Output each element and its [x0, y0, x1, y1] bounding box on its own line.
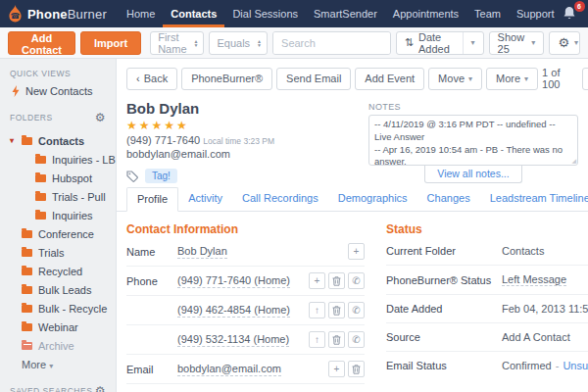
more-button[interactable]: More▾	[486, 68, 538, 90]
delete-phone-button[interactable]	[328, 331, 345, 348]
sort-icon: ⇅	[405, 36, 414, 49]
record-toolbar: ‹Back PhoneBurner® Send Email Add Event …	[126, 67, 578, 90]
sort-by-button[interactable]: ⇅ Date Added	[397, 32, 463, 54]
operator-select[interactable]: Equals ▲▼	[209, 31, 268, 55]
folder-icon	[35, 156, 46, 164]
phone-value[interactable]: (949) 462-4854 (Home)	[177, 303, 290, 318]
sort-button-group: ⇅ Date Added ▾	[396, 31, 484, 55]
add-event-button[interactable]: Add Event	[355, 68, 424, 90]
svg-text:☎: ☎	[11, 12, 21, 21]
star-rating[interactable]: ★★★★★	[126, 119, 368, 132]
move-button[interactable]: Move▾	[428, 68, 482, 90]
tab-leadstream-timeline[interactable]: Leadstream Timeline	[480, 187, 588, 211]
phone-value[interactable]: (949) 771-7640 (Home)	[177, 273, 290, 288]
folder-webinar[interactable]: Webinar	[10, 318, 116, 336]
stepper-icon: ▲▼	[257, 39, 262, 47]
folder-archive[interactable]: Archive	[10, 336, 116, 355]
tree-expand-caret-icon[interactable]: ▾	[10, 136, 14, 145]
caret-down-icon: ▾	[531, 38, 535, 47]
folder-trials-pull[interactable]: Trials - Pull	[10, 187, 116, 206]
contact-header: Bob Dylan ★★★★★ (949) 771-7640 Local tim…	[126, 100, 578, 183]
call-phone-button[interactable]: ✆	[348, 331, 365, 348]
tab-activity[interactable]: Activity	[178, 187, 232, 211]
notes-textarea[interactable]: -- 4/11/2019 @ 3:16 PM PDT -- undefined …	[368, 115, 578, 166]
folder-recycled[interactable]: Recycled	[10, 262, 116, 280]
saved-searches-gear-icon[interactable]: ⚙	[95, 384, 106, 392]
tab-call-recordings[interactable]: Call Recordings	[232, 187, 328, 211]
folder-contacts[interactable]: ▾ Contacts	[10, 131, 116, 150]
field-select[interactable]: First Name ▲▼	[150, 31, 204, 55]
delete-phone-button[interactable]	[328, 272, 345, 289]
sort-direction-button[interactable]: ▾	[463, 32, 483, 54]
status-title: Status	[386, 222, 588, 236]
tab-changes[interactable]: Changes	[417, 187, 480, 211]
add-email-button[interactable]: +	[328, 361, 345, 377]
search-input[interactable]	[273, 32, 391, 54]
phone-value[interactable]: (949) 532-1134 (Home)	[177, 332, 289, 347]
folder-hubspot[interactable]: Hubspot	[10, 169, 116, 187]
email-value[interactable]: bobdylan@email.com	[177, 362, 281, 376]
name-value[interactable]: Bob Dylan	[177, 244, 227, 259]
phoneburner-dial-button[interactable]: PhoneBurner®	[181, 68, 272, 90]
import-button[interactable]: Import	[80, 31, 141, 55]
nav-item-support[interactable]: Support	[509, 0, 563, 27]
folder-trials[interactable]: Trials	[10, 243, 116, 262]
folders-gear-icon[interactable]: ⚙	[95, 111, 106, 124]
main-content: ‹Back PhoneBurner® Send Email Add Event …	[116, 59, 588, 392]
tag-badge[interactable]: Tag!	[145, 169, 177, 183]
call-phone-button[interactable]: ✆	[348, 272, 365, 289]
folder-inquiries-lb[interactable]: Inquiries - LB	[10, 150, 116, 169]
folder-icon	[35, 212, 46, 220]
delete-email-button[interactable]	[348, 361, 365, 377]
sidebar-item-new-contacts[interactable]: New Contacts	[12, 85, 116, 97]
nav-item-smartsender[interactable]: SmartSender	[306, 0, 385, 27]
status-row: Current Folder Contacts	[386, 237, 588, 266]
name-row: Name Bob Dylan +	[126, 237, 365, 267]
nav-item-home[interactable]: Home	[119, 0, 163, 27]
archive-icon	[22, 342, 32, 350]
nav-item-team[interactable]: Team	[466, 0, 509, 27]
folder-icon	[22, 268, 32, 275]
call-phone-button[interactable]: ✆	[348, 302, 365, 318]
address-row: Address 999 Corporate Drive Suite #255 L…	[126, 384, 365, 392]
stepper-icon: ▲▼	[194, 39, 199, 47]
nav-item-contacts[interactable]: Contacts	[163, 0, 224, 27]
nav-item-dial-sessions[interactable]: Dial Sessions	[224, 0, 306, 27]
filter-toolbar: Add Contact Import First Name ▲▼ Equals …	[0, 27, 588, 59]
caret-down-icon: ▾	[468, 74, 472, 83]
add-contact-button[interactable]: Add Contact	[8, 31, 75, 55]
send-email-button[interactable]: Send Email	[276, 68, 351, 90]
prev-button[interactable]: Prev	[583, 69, 588, 89]
folder-bulk-leads[interactable]: Bulk Leads	[10, 280, 116, 299]
phoneburner-status-value[interactable]: Left Message	[502, 273, 566, 286]
nav-item-appointments[interactable]: Appointments	[385, 0, 466, 27]
saved-searches-header: SAVED SEARCHES ⚙	[10, 384, 116, 392]
show-count-select[interactable]: Show 25 ▾	[489, 31, 545, 55]
folder-bulk-recycle[interactable]: Bulk - Recycle	[10, 299, 116, 318]
brand-logo[interactable]: ☎ PhoneBurner	[8, 5, 107, 24]
delete-phone-button[interactable]	[328, 302, 345, 318]
promote-phone-button[interactable]: ↑	[309, 331, 325, 348]
folder-conference[interactable]: Conference	[10, 224, 116, 243]
notifications-bell-button[interactable]: 6	[563, 6, 578, 22]
notes-title: NOTES	[368, 102, 578, 112]
flame-logo-icon: ☎	[8, 5, 23, 24]
view-all-notes-button[interactable]: View all notes...	[424, 166, 521, 183]
quick-views-header: QUICK VIEWS	[10, 69, 116, 78]
tab-demographics[interactable]: Demographics	[328, 187, 417, 211]
contact-name: Bob Dylan	[126, 100, 368, 117]
settings-button[interactable]: ⚙ ▾	[549, 31, 580, 55]
folders-more-button[interactable]: More ▾	[22, 359, 116, 370]
tab-bar: Profile Activity Call Recordings Demogra…	[117, 187, 588, 212]
email-row: Email bobdylan@email.com +	[126, 355, 365, 384]
lightning-icon	[12, 85, 20, 97]
add-phone-button[interactable]: +	[309, 272, 325, 289]
tag-icon[interactable]	[126, 171, 138, 182]
unsubscribe-link[interactable]: Unsubscribe	[563, 360, 588, 371]
promote-phone-button[interactable]: ↑	[309, 302, 325, 318]
back-button[interactable]: ‹Back	[126, 68, 177, 90]
folder-inquiries[interactable]: Inquiries	[10, 206, 116, 224]
top-nav: ☎ PhoneBurner Home Contacts Dial Session…	[0, 0, 588, 27]
add-name-button[interactable]: +	[348, 243, 365, 260]
tab-profile[interactable]: Profile	[126, 187, 178, 212]
